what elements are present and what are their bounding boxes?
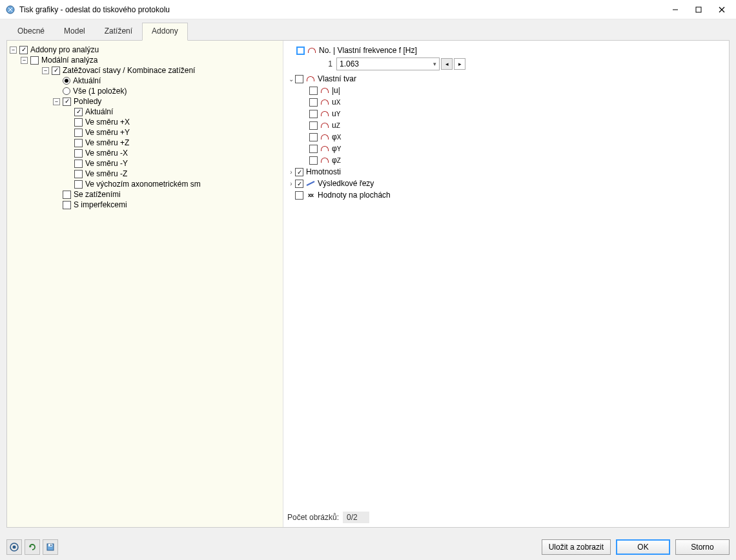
label-with-loads: Se zatíženími — [74, 189, 121, 200]
svg-rect-8 — [50, 544, 52, 546]
window-title: Tisk grafiky - odeslat do tiskového prot… — [19, 5, 661, 14]
next-button[interactable]: ▸ — [454, 58, 465, 70]
checkbox-masses[interactable] — [295, 168, 303, 176]
checkbox-view-py[interactable] — [74, 129, 83, 137]
titlebar: Tisk grafiky - odeslat do tiskového prot… — [0, 0, 736, 19]
label-modalni: Modální analýza — [41, 55, 97, 65]
checkbox-modalni[interactable] — [30, 56, 39, 65]
toggle-views[interactable]: − — [53, 98, 60, 105]
chevron-down-icon: ▾ — [433, 61, 436, 67]
frequency-combo[interactable]: 1.063 ▾ — [336, 57, 440, 70]
label-phiy: φY — [332, 144, 341, 153]
toggle-sections[interactable]: › — [287, 180, 295, 187]
save-settings-button[interactable] — [43, 539, 58, 555]
label-view-my: Ve směru -Y — [85, 158, 128, 169]
checkbox-view-my[interactable] — [74, 160, 83, 168]
tab-bar: Obecné Model Zatížení Addony — [1, 23, 735, 41]
combo-index: 1 — [323, 59, 336, 68]
section-icon — [306, 180, 315, 187]
checkbox-view-current[interactable] — [74, 108, 83, 116]
checkbox-surfaces[interactable] — [295, 191, 303, 200]
checkbox-with-loads[interactable] — [63, 191, 71, 199]
refresh-button[interactable] — [25, 539, 40, 555]
label-uy: uY — [332, 109, 340, 118]
deformation-icon — [320, 145, 329, 152]
label-lc-all: Vše (1 položek) — [73, 86, 127, 96]
deformation-icon — [320, 121, 329, 129]
checkbox-view-px[interactable] — [74, 118, 83, 127]
label-view-mz: Ve směru -Z — [85, 169, 127, 179]
radio-lc-all[interactable] — [63, 87, 70, 95]
tab-zatizeni[interactable]: Zatížení — [95, 23, 142, 41]
toggle-modal[interactable]: − — [21, 57, 28, 64]
label-view-mx: Ve směru -X — [85, 148, 128, 158]
svg-line-3 — [307, 181, 314, 185]
save-show-button[interactable]: Uložit a zobrazit — [542, 539, 611, 555]
label-view-current: Aktuální — [85, 107, 113, 117]
deformation-icon — [320, 156, 329, 164]
label-masses: Hmotnosti — [306, 167, 341, 176]
checkbox-view-axo[interactable] — [74, 180, 83, 189]
deformation-icon — [307, 47, 316, 54]
checkbox-frequency[interactable] — [296, 47, 305, 55]
checkbox-loadcases[interactable] — [52, 67, 60, 75]
tab-obecne[interactable]: Obecné — [8, 23, 54, 41]
radio-lc-current[interactable] — [63, 77, 70, 85]
deformation-icon — [320, 110, 329, 118]
checkbox-ux[interactable] — [309, 98, 318, 107]
label-view-pz: Ve směru +Z — [85, 138, 129, 148]
image-count-value: 0/2 — [343, 512, 369, 523]
cancel-button[interactable]: Storno — [675, 539, 730, 555]
label-with-imperf: S imperfekcemi — [74, 200, 127, 210]
deformation-icon — [320, 98, 329, 106]
label-uz: uZ — [332, 121, 340, 130]
tab-model[interactable]: Model — [54, 23, 95, 41]
checkbox-phiz[interactable] — [309, 156, 318, 165]
checkbox-view-mx[interactable] — [74, 149, 83, 158]
label-loadcases: Zatěžovací stavy / Kombinace zatížení — [63, 65, 195, 76]
toggle-masses[interactable]: › — [287, 169, 295, 176]
checkbox-phix[interactable] — [309, 133, 318, 141]
checkbox-views[interactable] — [63, 98, 71, 106]
label-phix: φX — [332, 132, 341, 141]
deformation-icon — [320, 133, 329, 141]
label-frequency: No. | Vlastní frekvence f [Hz] — [319, 46, 417, 55]
tab-addony[interactable]: Addony — [142, 23, 188, 41]
deformation-icon — [306, 75, 315, 83]
label-ux: uX — [332, 98, 340, 107]
deformation-icon — [320, 87, 329, 94]
checkbox-with-imperf[interactable] — [63, 201, 71, 209]
label-views: Pohledy — [74, 96, 101, 107]
prev-button[interactable]: ◂ — [441, 58, 453, 70]
label-view-py: Ve směru +Y — [85, 127, 130, 138]
help-button[interactable] — [6, 539, 22, 555]
checkbox-uy[interactable] — [309, 110, 318, 118]
checkbox-addony-analyza[interactable] — [19, 46, 28, 54]
checkbox-view-mz[interactable] — [74, 170, 83, 178]
label-view-axo: Ve výchozím axonometrickém sm — [85, 179, 201, 189]
checkbox-uz[interactable] — [309, 121, 318, 130]
combo-value: 1.063 — [340, 59, 433, 68]
checkbox-u-abs[interactable] — [309, 87, 318, 95]
label-phiz: φZ — [332, 156, 341, 165]
right-tree-panel: No. | Vlastní frekvence f [Hz] 1 1.063 ▾… — [283, 41, 729, 527]
svg-point-5 — [13, 546, 16, 549]
label-sections: Výsledkové řezy — [318, 179, 374, 188]
close-button[interactable] — [708, 0, 736, 19]
surface-values-icon: xx — [306, 191, 315, 199]
checkbox-view-pz[interactable] — [74, 139, 83, 147]
label-addony-analyza: Addony pro analýzu — [30, 45, 99, 55]
checkbox-shape[interactable] — [295, 75, 303, 83]
toggle-loadcases[interactable]: − — [42, 67, 49, 74]
label-shape: Vlastní tvar — [318, 74, 356, 83]
ok-button[interactable]: OK — [616, 539, 670, 555]
left-tree-panel: − Addony pro analýzu − Modální analýza −… — [7, 41, 283, 527]
toggle-shape[interactable]: ⌄ — [287, 76, 295, 83]
label-u-abs: |u| — [332, 86, 340, 95]
button-bar: Uložit a zobrazit OK Storno — [0, 534, 736, 560]
checkbox-sections[interactable] — [295, 180, 303, 188]
label-view-px: Ve směru +X — [85, 117, 130, 127]
toggle-root[interactable]: − — [10, 47, 17, 54]
image-count-label: Počet obrázků: — [287, 513, 339, 522]
checkbox-phiy[interactable] — [309, 145, 318, 153]
